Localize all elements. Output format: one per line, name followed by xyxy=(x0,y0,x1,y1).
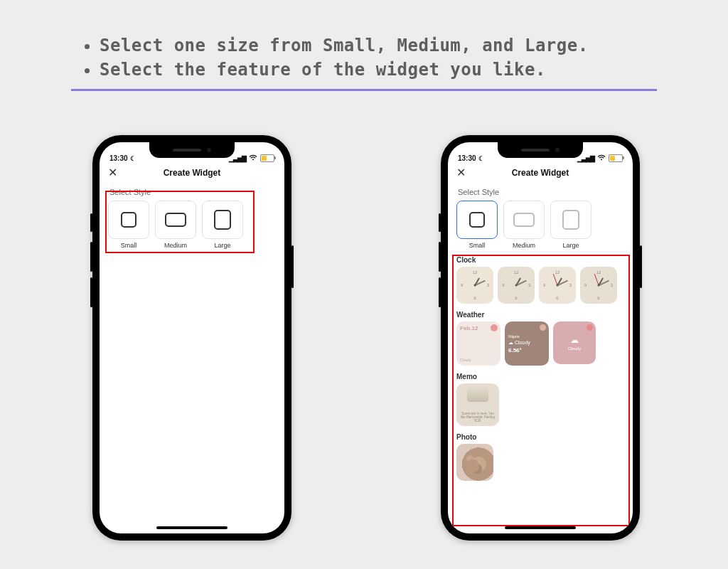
clock-widget-option[interactable]: 12369 xyxy=(498,267,535,304)
side-button xyxy=(90,242,92,272)
sun-icon xyxy=(491,324,498,331)
screen-left: 13:30 ☾ ▁▃▅▇ ✕ Create Widget Select Styl… xyxy=(100,142,284,533)
memo-text: Some text in here. You like Memorable. F… xyxy=(459,413,496,423)
wifi-icon xyxy=(597,154,606,162)
feature-title-photo: Photo xyxy=(456,433,624,441)
notch xyxy=(498,142,583,158)
memo-widget-option[interactable]: Some text in here. You like Memorable. F… xyxy=(456,383,499,426)
battery-icon xyxy=(260,154,274,162)
screen-right: 13:30 ☾ ▁▃▅▇ ✕ Create Widget Select Styl… xyxy=(448,142,633,533)
section-label-style: Select Style xyxy=(458,188,624,196)
wifi-icon xyxy=(249,154,257,162)
size-label: Large xyxy=(214,242,230,249)
instructions-block: Select one size from Small, Medium, and … xyxy=(71,34,657,91)
close-icon[interactable]: ✕ xyxy=(108,167,117,179)
clock-widget-option[interactable]: 12369 xyxy=(456,267,493,304)
size-label: Small xyxy=(469,242,486,249)
side-button xyxy=(90,213,92,232)
size-option-medium[interactable] xyxy=(503,201,545,239)
phone-left: 13:30 ☾ ▁▃▅▇ ✕ Create Widget Select Styl… xyxy=(92,135,291,541)
size-label: Medium xyxy=(513,242,535,249)
divider xyxy=(71,89,657,91)
weather-city: Niigata xyxy=(508,334,520,339)
instruction-line-2: Select the feature of the widget you lik… xyxy=(100,58,657,83)
feature-title-memo: Memo xyxy=(456,373,624,381)
size-label: Large xyxy=(562,242,579,249)
side-button xyxy=(439,277,441,307)
instruction-line-1: Select one size from Small, Medium, and … xyxy=(100,34,657,58)
section-label-style: Select Style xyxy=(109,188,276,196)
feature-section-weather: Weather Feb.12 Cloudy Niigata ☁ Cloudy 6… xyxy=(456,311,624,366)
signal-icon: ▁▃▅▇ xyxy=(229,155,246,162)
size-option-large[interactable] xyxy=(202,201,243,239)
size-option-large[interactable] xyxy=(550,201,592,239)
size-label: Small xyxy=(121,242,137,249)
sun-icon xyxy=(587,324,593,331)
dnd-moon-icon: ☾ xyxy=(478,155,484,162)
side-button xyxy=(640,245,642,288)
side-button xyxy=(439,242,441,272)
page-title: Create Widget xyxy=(164,168,221,178)
size-option-medium[interactable] xyxy=(155,201,196,239)
status-time: 13:30 xyxy=(458,154,476,162)
sun-icon xyxy=(540,324,546,331)
weather-cond: Cloudy xyxy=(460,358,471,362)
battery-icon xyxy=(609,154,623,162)
home-indicator xyxy=(156,526,228,529)
photo-widget-option[interactable] xyxy=(456,444,493,481)
size-option-small[interactable] xyxy=(456,201,498,239)
size-label: Medium xyxy=(164,242,187,249)
memo-image-icon xyxy=(467,385,488,402)
feature-section-memo: Memo Some text in here. You like Memorab… xyxy=(456,373,624,426)
size-row: Small Medium Large xyxy=(108,201,276,249)
feature-section-clock: Clock 12369 12369 12369 12369 xyxy=(456,256,624,304)
phone-right: 13:30 ☾ ▁▃▅▇ ✕ Create Widget Select Styl… xyxy=(441,135,640,541)
page-title: Create Widget xyxy=(512,168,569,178)
weather-temp: 6.56° xyxy=(508,347,522,353)
feature-section-photo: Photo xyxy=(456,433,624,481)
cloud-icon: ☁ xyxy=(570,335,579,345)
side-button xyxy=(291,245,294,288)
navbar: ✕ Create Widget xyxy=(100,162,284,184)
clock-widget-option[interactable]: 12369 xyxy=(580,267,617,304)
dnd-moon-icon: ☾ xyxy=(130,155,136,162)
size-option-small[interactable] xyxy=(108,201,149,239)
navbar: ✕ Create Widget xyxy=(448,162,633,184)
feature-title-clock: Clock xyxy=(456,256,624,264)
weather-date: Feb.12 xyxy=(460,325,478,331)
close-icon[interactable]: ✕ xyxy=(456,167,466,179)
size-row: Small Medium Large xyxy=(456,201,624,249)
side-button xyxy=(439,213,441,232)
weather-widget-option[interactable]: Feb.12 Cloudy xyxy=(456,321,500,366)
home-indicator xyxy=(505,526,576,529)
weather-widget-option[interactable]: ☁ Cloudy xyxy=(553,321,596,364)
signal-icon: ▁▃▅▇ xyxy=(577,155,594,162)
clock-widget-option[interactable]: 12369 xyxy=(539,267,576,304)
weather-widget-option[interactable]: Niigata ☁ Cloudy 6.56° xyxy=(505,321,549,366)
status-time: 13:30 xyxy=(109,154,128,162)
cloud-icon: ☁ Cloudy xyxy=(508,340,530,346)
side-button xyxy=(90,277,92,307)
weather-cond: Cloudy xyxy=(568,346,582,351)
notch xyxy=(149,142,235,158)
feature-title-weather: Weather xyxy=(456,311,624,319)
